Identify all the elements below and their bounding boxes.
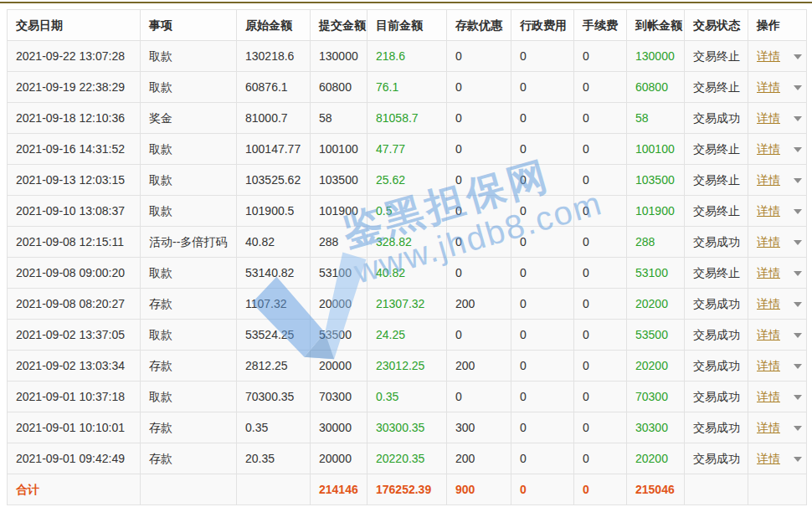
cell-admin-fee: 0 [511,382,574,412]
top-accent-line [0,2,812,3]
cell-submitted-amount: 130000 [311,41,367,72]
chevron-down-icon[interactable] [794,178,802,183]
chevron-down-icon[interactable] [794,457,802,462]
totals-label: 合计 [8,474,141,505]
col-header-date: 交易日期 [8,10,141,41]
cell-deposit-bonus: 0 [447,134,511,165]
cell-fee: 0 [574,72,627,103]
chevron-down-icon[interactable] [794,395,802,400]
details-link[interactable]: 详情 [757,421,780,434]
transactions-table-container: 交易日期 事项 原始金额 提交金额 目前金额 存款优惠 行政费用 手续费 到帐金… [7,9,806,505]
cell-date: 2021-09-01 10:37:18 [8,382,141,412]
totals-submitted: 214146 [311,474,367,505]
totals-status-empty [685,474,748,505]
chevron-down-icon[interactable] [794,333,802,338]
cell-submitted-amount: 53500 [311,320,367,351]
cell-date: 2021-09-16 14:31:52 [8,134,141,165]
cell-status: 交易成功 [685,382,748,412]
totals-action-empty [748,474,807,505]
cell-admin-fee: 0 [511,289,574,320]
col-header-status: 交易状态 [685,10,748,41]
cell-item: 取款 [141,382,237,412]
cell-deposit-bonus: 0 [447,165,511,196]
cell-submitted-amount: 20000 [311,443,367,474]
col-header-admin-fee: 行政费用 [511,10,574,41]
chevron-down-icon[interactable] [794,116,802,121]
cell-current-amount: 23012.25 [367,351,447,382]
details-link[interactable]: 详情 [757,49,780,63]
cell-received-amount: 20200 [627,443,685,474]
cell-date: 2021-09-10 13:08:37 [8,196,141,227]
chevron-down-icon[interactable] [794,209,802,214]
cell-received-amount: 30300 [627,412,685,443]
chevron-down-icon[interactable] [794,364,802,369]
col-header-item: 事项 [141,10,237,41]
col-header-fee: 手续费 [574,10,627,41]
totals-item-empty [141,474,237,505]
chevron-down-icon[interactable] [794,240,802,245]
cell-original-amount: 20.35 [237,443,311,474]
cell-original-amount: 70300.35 [237,382,311,412]
cell-admin-fee: 0 [511,351,574,382]
cell-item: 取款 [141,320,237,351]
totals-current: 176252.39 [367,474,447,505]
chevron-down-icon[interactable] [794,271,802,276]
details-link[interactable]: 详情 [757,359,780,372]
cell-action: 详情 [748,196,807,227]
details-link[interactable]: 详情 [757,390,780,403]
cell-action: 详情 [748,165,807,196]
cell-status: 交易终止 [685,258,748,289]
totals-admin-fee: 0 [511,474,574,505]
details-link[interactable]: 详情 [757,297,780,310]
totals-original-empty [237,474,311,505]
table-row: 2021-09-16 14:31:52 取款 100147.77 100100 … [8,134,807,165]
cell-fee: 0 [574,320,627,351]
cell-original-amount: 0.35 [237,412,311,443]
cell-current-amount: 0.5 [367,196,447,227]
cell-received-amount: 100100 [627,134,685,165]
cell-fee: 0 [574,227,627,258]
cell-deposit-bonus: 200 [447,443,511,474]
chevron-down-icon[interactable] [794,302,802,307]
cell-received-amount: 130000 [627,41,685,72]
cell-current-amount: 24.25 [367,320,447,351]
table-row: 2021-09-08 12:15:11 活动--多倍打码 40.82 288 3… [8,227,807,258]
cell-deposit-bonus: 200 [447,289,511,320]
cell-original-amount: 60876.1 [237,72,311,103]
cell-date: 2021-09-08 09:00:20 [8,258,141,289]
chevron-down-icon[interactable] [794,426,802,431]
details-link[interactable]: 详情 [757,142,780,156]
cell-deposit-bonus: 0 [447,320,511,351]
cell-original-amount: 53140.82 [237,258,311,289]
details-link[interactable]: 详情 [757,235,780,248]
details-link[interactable]: 详情 [757,173,780,187]
cell-fee: 0 [574,134,627,165]
details-link[interactable]: 详情 [757,204,780,218]
cell-current-amount: 21307.32 [367,289,447,320]
cell-submitted-amount: 20000 [311,289,367,320]
cell-status: 交易终止 [685,41,748,72]
totals-row: 合计 214146 176252.39 900 0 0 215046 [8,474,807,505]
chevron-down-icon[interactable] [794,85,802,90]
details-link[interactable]: 详情 [757,111,780,125]
details-link[interactable]: 详情 [757,452,780,465]
cell-admin-fee: 0 [511,72,574,103]
chevron-down-icon[interactable] [794,54,802,59]
cell-deposit-bonus: 0 [447,258,511,289]
cell-deposit-bonus: 0 [447,103,511,134]
cell-current-amount: 25.62 [367,165,447,196]
details-link[interactable]: 详情 [757,266,780,279]
cell-status: 交易成功 [685,412,748,443]
cell-action: 详情 [748,382,807,412]
cell-action: 详情 [748,258,807,289]
col-header-action: 操作 [748,10,807,41]
cell-fee: 0 [574,412,627,443]
cell-date: 2021-09-22 13:07:28 [8,41,141,72]
col-header-received-amount: 到帐金额 [627,10,685,41]
cell-status: 交易成功 [685,227,748,258]
cell-date: 2021-09-02 13:37:05 [8,320,141,351]
details-link[interactable]: 详情 [757,328,780,341]
cell-submitted-amount: 30000 [311,412,367,443]
chevron-down-icon[interactable] [794,147,802,152]
details-link[interactable]: 详情 [757,80,780,94]
